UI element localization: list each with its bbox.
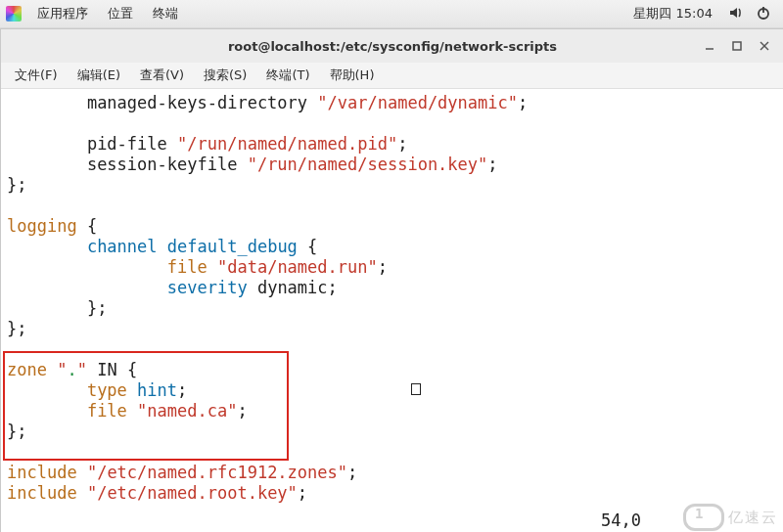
watermark-text: 亿速云 — [728, 508, 778, 528]
editor-status-position: 54,0 — [601, 510, 641, 531]
watermark: 亿速云 — [683, 504, 778, 531]
window-title: root@localhost:/etc/sysconfig/network-sc… — [228, 39, 557, 54]
cursor-icon — [411, 383, 421, 395]
menu-file[interactable]: 文件(F) — [5, 66, 68, 84]
kw-include-1: include — [7, 463, 77, 482]
val-dynamic: dynamic; — [257, 278, 338, 297]
applications-menu[interactable]: 应用程序 — [27, 5, 98, 22]
str-named-ca: "named.ca" — [137, 401, 237, 421]
zone-dot: . — [67, 360, 76, 379]
code-block: managed-keys-directory "/var/named/dynam… — [7, 93, 778, 504]
menu-terminal[interactable]: 终端(T) — [256, 66, 319, 84]
zone-in: IN { — [87, 360, 137, 379]
kw-managed-keys: managed-keys-directory — [87, 93, 317, 112]
kw-zone: zone — [7, 360, 47, 379]
str-var-named: "/var/named/dynamic" — [317, 93, 518, 112]
kw-severity: severity — [167, 278, 248, 297]
terminal-content[interactable]: managed-keys-directory "/var/named/dynam… — [1, 89, 783, 532]
hint: hint — [137, 380, 177, 400]
menu-view[interactable]: 查看(V) — [130, 66, 194, 84]
kw-include-2: include — [7, 483, 77, 503]
menu-help[interactable]: 帮助(H) — [320, 66, 385, 84]
brace-close: }; — [7, 175, 26, 195]
gnome-top-panel: 应用程序 位置 终端 星期四 15:04 — [0, 0, 783, 28]
window-controls — [696, 29, 778, 63]
kw-type: type — [87, 380, 127, 400]
places-menu[interactable]: 位置 — [98, 5, 143, 22]
activities-icon — [6, 6, 22, 22]
kw-logging: logging — [7, 216, 77, 236]
str-data-named-run: "data/named.run" — [217, 257, 378, 277]
str-session: "/run/named/session.key" — [248, 155, 488, 174]
str-root-key: "/etc/named.root.key" — [87, 483, 298, 503]
kw-channel: channel — [87, 237, 158, 256]
svg-rect-3 — [733, 42, 741, 50]
kw-pid-file: pid-file — [87, 134, 177, 154]
menu-edit[interactable]: 编辑(E) — [68, 66, 130, 84]
terminal-app-menu[interactable]: 终端 — [143, 5, 188, 22]
cloud-icon — [683, 504, 724, 531]
kw-file-2: file — [87, 401, 127, 421]
maximize-button[interactable] — [723, 32, 751, 60]
str-pid: "/run/named/named.pid" — [177, 134, 397, 154]
close-button[interactable] — [751, 32, 778, 60]
kw-file: file — [167, 257, 207, 277]
menubar: 文件(F) 编辑(E) 查看(V) 搜索(S) 终端(T) 帮助(H) — [1, 63, 783, 89]
power-icon[interactable] — [750, 5, 777, 23]
str-rfc1912: "/etc/named.rfc1912.zones" — [87, 463, 347, 482]
minimize-button[interactable] — [696, 32, 723, 60]
terminal-window: root@localhost:/etc/sysconfig/network-sc… — [0, 28, 783, 532]
kw-session-keyfile: session-keyfile — [87, 155, 248, 174]
clock[interactable]: 星期四 15:04 — [623, 5, 722, 22]
titlebar[interactable]: root@localhost:/etc/sysconfig/network-sc… — [1, 29, 783, 63]
volume-icon[interactable] — [722, 5, 750, 23]
id-default-debug: default_debug — [167, 237, 298, 256]
menu-search[interactable]: 搜索(S) — [194, 66, 256, 84]
